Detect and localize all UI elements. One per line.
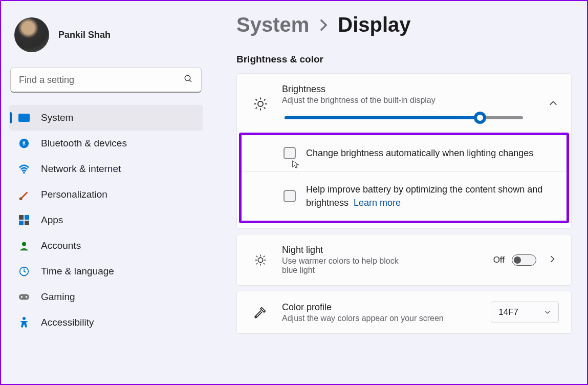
profile-name: Pankil Shah	[58, 30, 111, 40]
night-light-icon	[249, 253, 272, 267]
chevron-right-icon	[319, 18, 328, 35]
nav-label: Network & internet	[41, 163, 121, 175]
svg-point-15	[21, 296, 23, 298]
paintbrush-icon	[18, 189, 30, 200]
svg-line-36	[264, 256, 265, 257]
eyedropper-icon	[249, 305, 272, 319]
breadcrumb-parent[interactable]: System	[236, 13, 309, 36]
svg-point-0	[185, 75, 190, 81]
svg-line-23	[256, 99, 257, 100]
cursor-icon	[292, 160, 301, 169]
brightness-card: Brightness Adjust the brightness of the …	[236, 73, 572, 229]
system-icon	[18, 112, 30, 123]
breadcrumb-current: Display	[338, 13, 410, 36]
svg-rect-8	[25, 215, 29, 220]
nav-list: System Bluetooth & devices Network & int…	[9, 105, 203, 335]
svg-point-37	[255, 316, 256, 318]
person-icon	[18, 240, 30, 251]
night-light-card[interactable]: Night light Use warmer colors to help bl…	[236, 234, 572, 286]
chevron-up-icon[interactable]	[549, 99, 559, 109]
brightness-title: Brightness	[282, 84, 549, 95]
nav-item-accessibility[interactable]: Accessibility	[9, 310, 203, 335]
slider-thumb[interactable]	[474, 112, 486, 124]
nav-label: System	[41, 112, 73, 123]
search-input[interactable]	[19, 75, 184, 85]
search-box[interactable]	[10, 68, 202, 93]
svg-rect-7	[19, 215, 24, 220]
svg-point-11	[22, 242, 26, 246]
nav-item-personalization[interactable]: Personalization	[9, 182, 203, 207]
nav-item-apps[interactable]: Apps	[9, 207, 203, 233]
nav-item-bluetooth[interactable]: Bluetooth & devices	[9, 131, 203, 156]
nav-label: Time & language	[41, 266, 114, 277]
learn-more-link[interactable]: Learn more	[354, 198, 401, 208]
nav-item-gaming[interactable]: Gaming	[9, 284, 203, 310]
svg-line-24	[264, 107, 266, 109]
auto-brightness-checkbox[interactable]	[284, 147, 296, 159]
color-profile-subtitle: Adjust the way colors appear on your scr…	[282, 314, 451, 323]
svg-line-33	[256, 256, 257, 257]
night-light-subtitle: Use warmer colors to help block blue lig…	[282, 256, 400, 275]
main-content: System Display Brightness & color Bright…	[211, 1, 587, 384]
slider-fill	[285, 116, 480, 119]
svg-point-17	[23, 317, 26, 320]
accessibility-icon	[18, 317, 30, 328]
nav-label: Gaming	[41, 291, 75, 303]
auto-brightness-label: Change brightness automatically when lig…	[306, 146, 533, 160]
brightness-header-row[interactable]: Brightness Adjust the brightness of the …	[237, 74, 571, 134]
settings-sidebar: Pankil Shah System Bluetooth & devices	[1, 1, 211, 384]
nav-label: Personalization	[41, 189, 107, 200]
nav-label: Accounts	[41, 240, 81, 251]
brightness-icon	[249, 96, 272, 112]
battery-optimize-checkbox[interactable]	[284, 190, 296, 202]
svg-line-25	[256, 107, 257, 109]
svg-line-34	[264, 263, 265, 264]
color-profile-select[interactable]: 14F7	[491, 302, 559, 323]
avatar	[14, 17, 49, 52]
nav-label: Accessibility	[41, 317, 94, 328]
clock-globe-icon	[18, 266, 30, 277]
apps-icon	[18, 215, 30, 226]
gamepad-icon	[18, 291, 30, 303]
color-profile-title: Color profile	[282, 302, 491, 313]
section-title: Brightness & color	[236, 54, 572, 65]
svg-rect-14	[19, 294, 29, 300]
auto-brightness-row[interactable]: Change brightness automatically when lig…	[242, 135, 567, 172]
nav-item-system[interactable]: System	[9, 105, 203, 131]
battery-optimize-label: Help improve battery by optimizing the c…	[306, 183, 556, 209]
night-light-state: Off	[493, 255, 505, 265]
battery-optimize-text: Help improve battery by optimizing the c…	[306, 184, 542, 208]
search-icon	[184, 74, 193, 85]
wifi-icon	[18, 163, 30, 175]
breadcrumb: System Display	[236, 13, 572, 36]
brightness-slider[interactable]	[285, 116, 523, 119]
chevron-down-icon	[544, 309, 551, 316]
nav-item-network[interactable]: Network & internet	[9, 156, 203, 182]
svg-rect-9	[19, 221, 24, 225]
night-light-toggle[interactable]	[512, 254, 536, 266]
brightness-subtitle: Adjust the brightness of the built-in di…	[282, 96, 549, 105]
battery-optimize-row[interactable]: Help improve battery by optimizing the c…	[242, 172, 567, 221]
svg-point-5	[23, 172, 25, 174]
chevron-right-icon[interactable]	[549, 255, 559, 265]
highlighted-region: Change brightness automatically when lig…	[239, 133, 569, 223]
nav-item-time[interactable]: Time & language	[9, 259, 203, 284]
profile-block[interactable]: Pankil Shah	[9, 12, 203, 68]
svg-rect-10	[25, 221, 29, 225]
color-profile-card[interactable]: Color profile Adjust the way colors appe…	[236, 291, 572, 334]
svg-line-1	[189, 80, 191, 82]
svg-point-16	[26, 296, 28, 298]
color-profile-value: 14F7	[498, 307, 518, 317]
svg-line-26	[264, 99, 266, 100]
nav-label: Bluetooth & devices	[41, 138, 127, 149]
night-light-title: Night light	[282, 245, 493, 255]
nav-item-accounts[interactable]: Accounts	[9, 233, 203, 259]
svg-rect-2	[18, 114, 30, 122]
svg-line-35	[256, 263, 257, 264]
nav-label: Apps	[41, 215, 63, 226]
bluetooth-icon	[18, 138, 30, 149]
svg-point-18	[258, 101, 263, 106]
